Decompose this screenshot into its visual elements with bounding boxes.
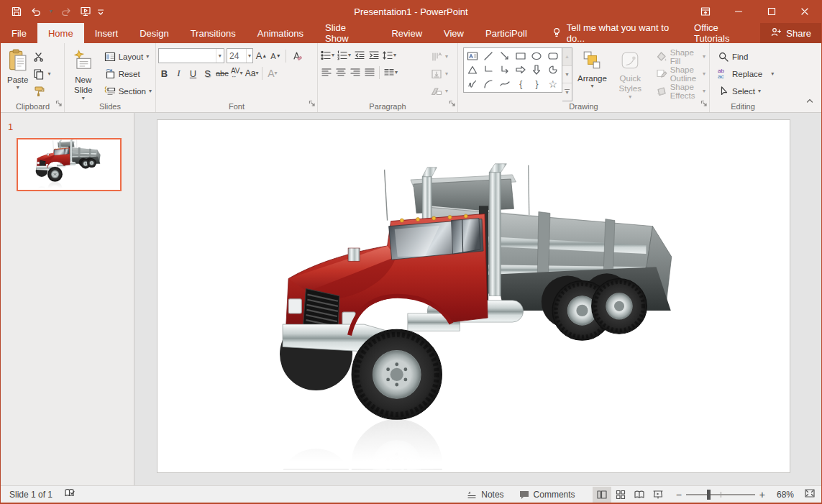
font-size-combobox[interactable]: ▾ [227,48,253,63]
section-button[interactable]: Section▾ [103,83,153,98]
text-shadow-button[interactable]: S [201,66,214,81]
shape-triangle-icon[interactable] [465,63,480,78]
shape-left-brace-icon[interactable]: { [513,77,529,91]
grow-font-button[interactable]: A▲ [255,49,268,63]
shape-rounded-rectangle-icon[interactable] [545,49,561,63]
shape-down-arrow-icon[interactable] [529,63,544,78]
gallery-more-icon[interactable]: ▼ [562,83,572,101]
maximize-icon[interactable] [755,0,788,23]
normal-view-icon[interactable] [593,487,611,503]
replace-button[interactable]: abacReplace▾ [716,66,775,81]
shape-oval-icon[interactable] [529,49,544,63]
bullets-icon[interactable]: ▾ [320,48,334,63]
shape-rectangle-icon[interactable] [513,49,529,63]
shape-right-brace-icon[interactable]: } [529,77,544,91]
columns-icon[interactable]: ▾ [383,65,398,80]
collapse-ribbon-icon[interactable] [805,95,814,108]
gallery-scroll-up-icon[interactable]: ▲ [562,48,572,66]
shape-curve-icon[interactable] [497,77,513,91]
new-slide-button[interactable]: New Slide▾ [67,46,100,101]
clear-formatting-button[interactable] [290,49,302,63]
shape-elbow-arrow-connector-icon[interactable] [497,63,513,78]
quick-styles-button[interactable]: Quick Styles▾ [611,46,650,101]
clipboard-dialog-launcher-icon[interactable] [55,97,63,110]
shape-line-icon[interactable] [480,49,496,63]
slideshow-view-icon[interactable] [649,487,667,503]
paragraph-dialog-launcher-icon[interactable] [449,97,456,110]
tab-home[interactable]: Home [37,23,84,43]
italic-button[interactable]: I [173,66,185,81]
copy-icon[interactable]: ▾ [32,66,52,81]
font-name-combobox[interactable]: ▾ [158,48,224,63]
office-tutorials-button[interactable]: Office Tutorials [684,23,760,43]
reset-button[interactable]: Reset [103,66,153,81]
line-spacing-icon[interactable]: ▾ [382,48,396,63]
numbering-icon[interactable]: ▾ [337,48,351,63]
arrange-button[interactable]: Arrange▾ [574,46,611,101]
tab-file[interactable]: File [1,23,37,43]
format-painter-icon[interactable] [32,83,52,98]
notes-button[interactable]: Notes [459,487,511,503]
save-icon[interactable] [7,3,26,20]
tab-animations[interactable]: Animations [247,23,314,43]
underline-button[interactable]: U [187,66,199,81]
change-case-button[interactable]: Aa▾ [245,66,259,81]
shape-fill-button[interactable]: Shape Fill▾ [654,49,707,64]
drawing-dialog-launcher-icon[interactable] [700,97,708,110]
text-direction-button[interactable]: ▾ [429,49,449,64]
tell-me-box[interactable]: Tell me what you want to do... [551,23,684,43]
share-button[interactable]: Share [760,23,821,43]
comments-button[interactable]: Comments [511,487,583,503]
paste-button[interactable]: Paste▾ [4,46,32,101]
shape-arc-icon[interactable] [480,77,496,91]
shape-freeform-icon[interactable] [545,63,561,78]
convert-to-smartart-button[interactable]: ▾ [429,83,449,98]
font-dialog-launcher-icon[interactable] [309,97,316,110]
shape-star-icon[interactable]: ☆ [545,77,561,91]
ribbon-display-options-icon[interactable] [689,0,722,23]
tab-view[interactable]: View [433,23,475,43]
undo-dropdown-icon[interactable]: ▾ [46,3,56,20]
increase-indent-icon[interactable] [367,48,380,63]
shrink-font-button[interactable]: A▼ [270,49,282,63]
undo-icon[interactable] [27,3,45,20]
tab-design[interactable]: Design [129,23,179,43]
zoom-in-icon[interactable]: + [759,489,765,500]
tab-transitions[interactable]: Transitions [180,23,247,43]
close-icon[interactable] [788,0,821,23]
zoom-slider[interactable] [686,494,755,495]
redo-icon[interactable] [57,3,76,20]
align-left-icon[interactable] [320,65,332,80]
select-button[interactable]: Select▾ [716,83,775,98]
zoom-slider-thumb[interactable] [707,490,711,500]
reading-view-icon[interactable] [630,487,649,503]
start-slideshow-icon[interactable] [76,3,95,20]
shape-right-arrow-icon[interactable] [513,63,529,78]
tab-insert[interactable]: Insert [84,23,129,43]
font-color-button[interactable]: A▾ [266,66,278,81]
cut-icon[interactable] [32,49,52,64]
shape-text-box-icon[interactable] [465,49,480,63]
slide-indicator[interactable]: Slide 1 of 1 [9,490,52,500]
fit-slide-to-window-icon[interactable] [804,487,816,501]
customize-qat-icon[interactable] [96,3,106,20]
slide-canvas[interactable] [157,119,790,473]
character-spacing-button[interactable]: AV↔▾ [231,66,243,81]
shape-outline-button[interactable]: Shape Outline▾ [654,66,707,81]
align-right-icon[interactable] [349,65,361,80]
shape-effects-button[interactable]: Shape Effects▾ [654,83,707,98]
shape-arrow-icon[interactable] [497,49,513,63]
find-button[interactable]: Find [716,49,775,64]
slide-1-thumbnail[interactable] [17,138,122,191]
layout-button[interactable]: Layout▾ [103,49,153,64]
justify-icon[interactable] [363,65,375,80]
bold-button[interactable]: B [158,66,170,81]
slide-sorter-view-icon[interactable] [611,487,630,503]
shape-scribble-icon[interactable] [465,77,480,91]
align-center-icon[interactable] [334,65,347,80]
zoom-out-icon[interactable]: − [676,489,682,500]
decrease-indent-icon[interactable] [353,48,365,63]
gallery-scroll-down-icon[interactable]: ▼ [562,66,572,84]
tab-slide-show[interactable]: Slide Show [314,23,380,43]
tab-review[interactable]: Review [380,23,433,43]
